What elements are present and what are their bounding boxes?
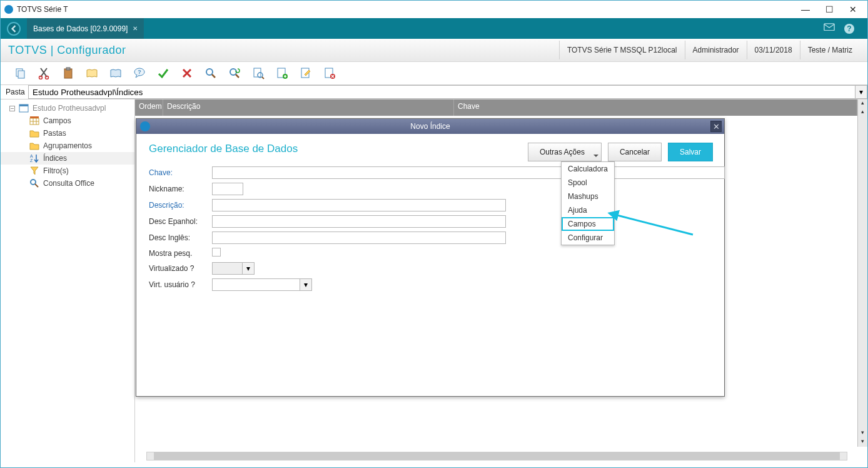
vertical-scrollbar[interactable]: ▴▴▾▾	[857, 99, 867, 447]
checkbox-mostra[interactable]	[212, 248, 221, 257]
tab-close-icon[interactable]: ✕	[133, 25, 138, 32]
check-icon[interactable]	[157, 67, 169, 79]
svg-rect-21	[19, 104, 28, 106]
tree-item-label: Filtro(s)	[43, 166, 69, 175]
tree-item-label: Consulta Office	[43, 179, 94, 188]
label-virtualizado: Virtualizado ?	[149, 264, 208, 273]
menu-item-spool[interactable]: Spool	[562, 176, 614, 190]
folder-icon	[29, 128, 39, 138]
maximize-button[interactable]: ☐	[825, 5, 834, 14]
grid-col-chave[interactable]: Chave	[454, 99, 857, 116]
modal-titlebar: Novo Índice ✕	[136, 119, 724, 134]
combo-virt-usuario-value	[212, 278, 300, 291]
tree-item-indices[interactable]: AZ Índices	[1, 152, 134, 165]
other-actions-button[interactable]: Outras Ações	[528, 143, 602, 161]
input-chave[interactable]	[212, 166, 725, 179]
menu-item-calculadora[interactable]: Calculadora	[562, 162, 614, 176]
status-env: TOTVS Série T MSSQL P12local	[559, 41, 685, 59]
svg-rect-4	[18, 71, 24, 78]
svg-point-26	[31, 180, 36, 185]
menu-item-configurar[interactable]: Configurar	[562, 231, 614, 245]
cut-icon[interactable]	[38, 67, 51, 79]
tree-root-label: Estudo Protheusadvpl	[33, 104, 106, 113]
menu-item-campos[interactable]: Campos	[562, 217, 614, 231]
svg-text:A: A	[30, 154, 33, 158]
tree-root[interactable]: – Estudo Protheusadvpl	[1, 102, 134, 114]
sort-icon: AZ	[29, 153, 39, 163]
refresh-search-icon[interactable]	[228, 67, 241, 79]
label-desc-en: Desc Inglês:	[149, 233, 208, 242]
modal-close-icon[interactable]: ✕	[710, 121, 722, 132]
status-date: 03/11/2018	[747, 41, 800, 59]
page-search-icon[interactable]	[252, 67, 265, 79]
svg-text:?: ?	[847, 24, 851, 33]
svg-text:Z: Z	[30, 158, 33, 163]
label-desc-es: Desc Epanhol:	[149, 217, 208, 226]
book-icon[interactable]	[86, 67, 98, 79]
path-dropdown-icon[interactable]: ▾	[855, 85, 867, 99]
app-window: TOTVS Série T — ☐ ✕ Bases de Dados [02.9…	[0, 0, 868, 468]
tabstrip: Bases de Dados [02.9.0099] ✕ ?	[1, 18, 867, 39]
grid-col-descricao[interactable]: Descrição	[163, 99, 454, 116]
help-icon[interactable]: ?	[844, 23, 855, 34]
menu-item-mashups[interactable]: Mashups	[562, 190, 614, 203]
modal-title-text: Novo Índice	[410, 122, 450, 131]
svg-point-12	[230, 69, 236, 75]
content-pane: Ordem Descrição Chave ▴▾ ▴▴▾▾ Novo Índic…	[135, 99, 867, 462]
svg-point-6	[46, 76, 49, 79]
search-icon	[29, 178, 39, 188]
cross-icon[interactable]	[181, 67, 193, 79]
svg-rect-0	[824, 23, 834, 30]
book2-icon[interactable]	[109, 67, 122, 79]
close-button[interactable]: ✕	[849, 5, 857, 14]
input-desc-en[interactable]	[212, 231, 506, 244]
search-icon[interactable]	[204, 67, 217, 79]
tree-item-label: Campos	[43, 116, 71, 125]
paste-icon[interactable]	[62, 67, 74, 79]
bubble-icon[interactable]: ?	[133, 67, 146, 79]
mail-icon[interactable]	[824, 23, 835, 34]
status-branch: Teste / Matriz	[800, 41, 860, 59]
svg-rect-23	[30, 116, 39, 118]
path-input[interactable]	[28, 85, 855, 99]
tree-item-consulta[interactable]: Consulta Office	[1, 177, 134, 190]
status-user: Administrador	[685, 41, 747, 59]
copy-icon[interactable]	[14, 67, 27, 79]
page-edit-icon[interactable]	[300, 67, 312, 79]
combo-virt-usuario-button[interactable]: ▾	[300, 278, 312, 291]
tree-item-filtros[interactable]: Filtro(s)	[1, 165, 134, 177]
save-button[interactable]: Salvar	[668, 143, 713, 161]
tree-item-label: Agrupamentos	[43, 141, 92, 150]
svg-point-5	[39, 76, 43, 79]
input-nickname[interactable]	[212, 183, 243, 195]
tab-bases-de-dados[interactable]: Bases de Dados [02.9.0099] ✕	[27, 18, 144, 39]
combo-virtualizado-button[interactable]: ▾	[242, 262, 255, 275]
label-chave: Chave:	[149, 168, 208, 177]
menu-item-ajuda[interactable]: Ajuda	[562, 203, 614, 217]
titlebar: TOTVS Série T — ☐ ✕	[1, 1, 867, 18]
cancel-button[interactable]: Cancelar	[608, 143, 662, 161]
tree-item-label: Pastas	[43, 129, 66, 138]
tree-item-pastas[interactable]: Pastas	[1, 127, 134, 140]
collapse-icon[interactable]: –	[9, 106, 15, 111]
horizontal-scrollbar[interactable]	[146, 452, 847, 460]
tree-item-campos[interactable]: Campos	[1, 114, 134, 127]
back-icon[interactable]	[7, 22, 21, 36]
input-descricao[interactable]	[212, 199, 506, 211]
modal-novo-indice: Novo Índice ✕ Gerenciador de Base de Dad…	[136, 118, 725, 397]
page-delete-icon[interactable]	[323, 67, 336, 79]
grid-icon	[29, 116, 39, 126]
page-add-icon[interactable]	[276, 67, 288, 79]
tab-label: Bases de Dados [02.9.0099]	[33, 24, 128, 33]
minimize-button[interactable]: —	[801, 5, 810, 14]
folder-icon	[29, 141, 39, 151]
label-descricao: Descrição:	[149, 201, 208, 210]
input-desc-es[interactable]	[212, 215, 506, 228]
tree-item-agrupamentos[interactable]: Agrupamentos	[1, 140, 134, 152]
svg-rect-8	[66, 68, 70, 70]
grid-col-ordem[interactable]: Ordem	[135, 99, 163, 116]
toolbar: ?	[1, 62, 867, 84]
grid-header: Ordem Descrição Chave ▴▾	[135, 99, 867, 116]
label-nickname: Nickname:	[149, 185, 208, 193]
svg-text:?: ?	[138, 69, 141, 75]
